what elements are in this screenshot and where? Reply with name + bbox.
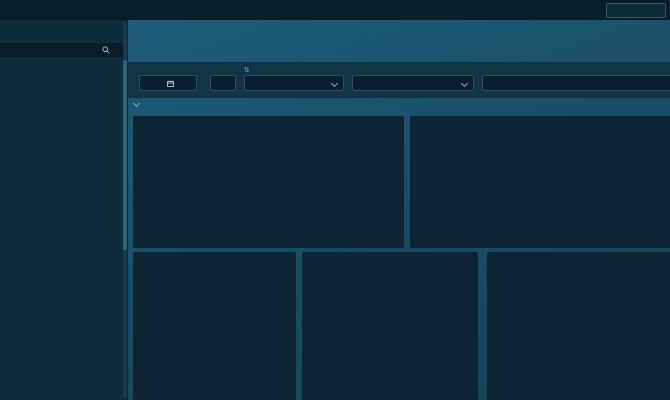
sort-label: ⇅ [244, 66, 250, 74]
group-section-header[interactable] [134, 101, 144, 106]
person-search-button[interactable] [606, 3, 666, 18]
sidebar-scrollbar[interactable] [123, 22, 127, 398]
top-categories-panel [302, 252, 478, 400]
sort-select[interactable] [244, 75, 344, 91]
sort-arrows-icon: ⇅ [244, 66, 250, 73]
top-domains-panel [133, 252, 296, 400]
app-root: ⇅ [0, 0, 670, 400]
requests-chart-panel [133, 116, 404, 248]
top-datatypes-panel [487, 252, 670, 400]
period-select[interactable] [139, 75, 197, 91]
chevron-down-icon [461, 79, 468, 86]
chevron-down-icon [133, 100, 140, 107]
calendar-icon [167, 80, 174, 87]
filter-bar: ⇅ [128, 62, 670, 98]
sidebar [0, 20, 128, 400]
top-input[interactable] [210, 75, 236, 91]
traffic-chart-panel [410, 116, 670, 248]
sidebar-scrollbar-thumb[interactable] [123, 60, 127, 250]
exclude-resources-input[interactable] [483, 76, 670, 90]
chevron-down-icon [331, 79, 338, 86]
search-icon [102, 46, 110, 54]
sidebar-search [0, 43, 126, 57]
top-bar [0, 0, 670, 20]
requests-select[interactable] [352, 75, 474, 91]
exclude-resources-field [482, 75, 670, 91]
